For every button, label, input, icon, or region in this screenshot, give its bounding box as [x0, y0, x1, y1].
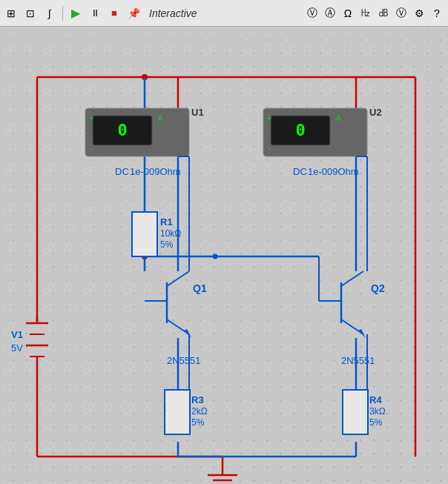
svg-text:V1: V1 — [11, 329, 23, 340]
play-button[interactable]: ▶ — [67, 5, 84, 21]
svg-rect-60 — [343, 390, 368, 434]
wave-icon[interactable]: ∫ — [42, 5, 58, 21]
svg-text:3kΩ: 3kΩ — [369, 406, 386, 417]
svg-rect-52 — [132, 212, 157, 256]
svg-text:Q2: Q2 — [371, 282, 385, 294]
svg-point-12 — [213, 254, 218, 259]
svg-text:1e-009Ohm: 1e-009Ohm — [130, 166, 181, 177]
svg-text:-: - — [267, 144, 272, 153]
svg-text:5%: 5% — [369, 417, 383, 428]
grid-icon[interactable]: ⊞ — [3, 5, 19, 21]
svg-text:R1: R1 — [160, 216, 173, 228]
svg-text:0: 0 — [117, 121, 127, 139]
pin-icon[interactable]: 📌 — [125, 5, 142, 21]
svg-text:+: + — [89, 113, 94, 123]
svg-text:-: - — [89, 144, 94, 153]
svg-text:5%: 5% — [160, 239, 174, 250]
settings-icon[interactable]: ⚙ — [411, 5, 427, 21]
db-icon[interactable]: ㏈ — [375, 5, 392, 21]
svg-text:DC: DC — [293, 166, 307, 177]
mode-label: Interactive — [149, 7, 197, 19]
svg-text:U1: U1 — [191, 107, 204, 118]
svg-line-73 — [341, 271, 363, 286]
help-icon[interactable]: ? — [429, 5, 445, 21]
component-icon[interactable]: ⊡ — [22, 5, 39, 21]
circuit-diagram: 0 + - A U1 DC 1e-009Ohm 0 + - A U2 DC 1e… — [0, 27, 448, 484]
svg-text:A: A — [158, 113, 163, 123]
svg-rect-56 — [165, 390, 190, 434]
svg-text:R4: R4 — [369, 394, 382, 405]
scope-icon[interactable]: Ⓥ — [304, 5, 320, 21]
svg-text:U2: U2 — [369, 107, 382, 118]
toolbar: ⊞ ⊡ ∫ ▶ ⏸ ■ 📌 Interactive Ⓥ Ⓐ Ω ㎐ ㏈ Ⓥ ⚙ … — [0, 0, 448, 27]
separator-1 — [62, 6, 63, 21]
svg-text:DC: DC — [115, 166, 129, 177]
svg-text:5V: 5V — [11, 342, 23, 354]
freq-icon[interactable]: ㎐ — [358, 5, 374, 21]
svg-text:Q1: Q1 — [193, 282, 207, 294]
svg-text:2kΩ: 2kΩ — [191, 406, 208, 417]
svg-text:2N5551: 2N5551 — [167, 355, 201, 366]
volt2-icon[interactable]: Ⓥ — [393, 5, 409, 21]
svg-line-66 — [167, 271, 189, 286]
svg-text:R3: R3 — [191, 394, 204, 405]
amp-icon[interactable]: Ⓐ — [322, 5, 338, 21]
svg-text:10kΩ: 10kΩ — [160, 228, 181, 239]
svg-text:A: A — [336, 113, 341, 123]
svg-text:2N5551: 2N5551 — [341, 355, 375, 366]
svg-text:+: + — [267, 113, 272, 123]
svg-text:5%: 5% — [191, 417, 205, 428]
svg-text:0: 0 — [295, 121, 305, 139]
pause-button[interactable]: ⏸ — [87, 5, 103, 21]
ohm-icon[interactable]: Ω — [340, 5, 356, 21]
schematic-canvas[interactable]: 0 + - A U1 DC 1e-009Ohm 0 + - A U2 DC 1e… — [0, 27, 448, 484]
svg-marker-68 — [184, 329, 191, 338]
right-toolbar: Ⓥ Ⓐ Ω ㎐ ㏈ Ⓥ ⚙ ? — [304, 5, 445, 21]
stop-button[interactable]: ■ — [106, 5, 122, 21]
svg-text:1e-009Ohm: 1e-009Ohm — [308, 166, 359, 177]
svg-marker-75 — [358, 329, 366, 338]
